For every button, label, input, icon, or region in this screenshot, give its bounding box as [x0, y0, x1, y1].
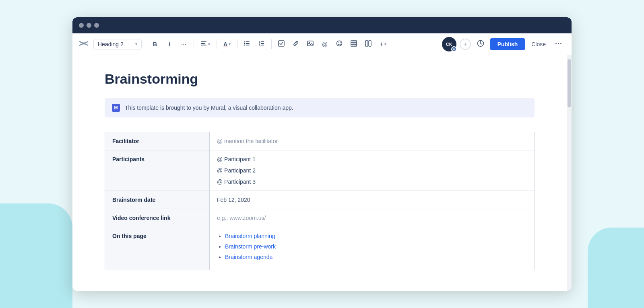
template-notice: M This template is brought to you by Mur…	[105, 98, 535, 117]
versions-icon	[477, 40, 484, 48]
font-color-label: A	[223, 41, 227, 47]
app-window: Heading 2 ▾ B I ··· ▾ A ▾	[72, 17, 572, 291]
emoji-button[interactable]	[333, 38, 346, 51]
bullet-list-icon	[244, 40, 250, 48]
svg-rect-0	[201, 41, 206, 42]
align-icon	[200, 40, 207, 48]
content-area: Brainstorming M This template is brought…	[72, 55, 572, 291]
more-options-button[interactable]: ···	[552, 38, 565, 51]
font-color-button[interactable]: A ▾	[220, 38, 234, 51]
facilitator-label: Facilitator	[105, 132, 210, 150]
versions-button[interactable]	[474, 38, 487, 51]
toolbar-divider-3	[217, 39, 217, 49]
insert-button[interactable]: + ▾	[376, 38, 390, 51]
task-button[interactable]	[275, 38, 288, 51]
svg-rect-4	[246, 41, 250, 42]
toolbar-right: CK C + Publish Clos	[442, 37, 565, 51]
document-title: Brainstorming	[105, 71, 535, 87]
svg-text:3.: 3.	[259, 44, 261, 46]
align-button[interactable]: ▾	[197, 38, 213, 51]
brainstorm-planning-link[interactable]: Brainstorm planning	[225, 233, 275, 239]
table-button[interactable]	[347, 38, 360, 51]
table-row: Facilitator @ mention the facilitator	[105, 132, 535, 150]
table-row: Participants @ Participant 1 @ Participa…	[105, 150, 535, 191]
svg-point-18	[337, 41, 342, 46]
numbered-list-icon: 1. 2. 3.	[258, 40, 265, 48]
heading-selector-label: Heading 2	[98, 41, 124, 47]
emoji-icon	[336, 40, 343, 48]
link-icon	[293, 40, 299, 48]
list-item: Brainstorm pre-work	[225, 243, 527, 250]
svg-rect-27	[369, 41, 371, 46]
svg-point-19	[338, 43, 339, 43]
brainstorm-date-value[interactable]: Feb 12, 2020	[210, 191, 535, 209]
font-color-chevron-icon: ▾	[229, 42, 231, 46]
scrollbar-thumb[interactable]	[568, 59, 571, 107]
svg-rect-15	[279, 41, 284, 46]
toolbar: Heading 2 ▾ B I ··· ▾ A ▾	[72, 33, 572, 55]
toolbar-divider-5	[271, 39, 272, 49]
toolbar-divider-4	[237, 39, 237, 49]
confluence-logo[interactable]	[79, 39, 89, 50]
bg-shape-left	[0, 203, 72, 308]
svg-rect-10	[261, 41, 264, 42]
numbered-list-button[interactable]: 1. 2. 3.	[255, 38, 268, 51]
brainstorm-pre-work-link[interactable]: Brainstorm pre-work	[225, 243, 276, 250]
video-conference-label: Video conference link	[105, 209, 210, 227]
svg-rect-6	[246, 43, 250, 44]
heading-selector[interactable]: Heading 2 ▾	[93, 39, 142, 49]
list-item: Brainstorm planning	[225, 233, 527, 239]
svg-point-5	[244, 43, 246, 44]
more-text-formatting-button[interactable]: ···	[178, 38, 190, 51]
traffic-light-close[interactable]	[79, 23, 84, 28]
link-button[interactable]	[289, 38, 302, 51]
svg-rect-2	[201, 45, 206, 45]
svg-point-7	[244, 45, 246, 46]
image-icon	[307, 40, 314, 48]
traffic-light-maximize[interactable]	[94, 23, 99, 28]
publish-button[interactable]: Publish	[490, 38, 525, 50]
participant-2: @ Participant 2	[217, 167, 527, 174]
video-conference-value[interactable]: e.g., www.zoom.us/	[210, 209, 535, 227]
traffic-light-minimize[interactable]	[87, 23, 91, 28]
layout-button[interactable]	[362, 38, 375, 51]
mural-icon: M	[112, 104, 120, 112]
align-chevron-icon: ▾	[208, 42, 210, 46]
italic-button[interactable]: I	[163, 38, 176, 51]
brainstorm-agenda-link[interactable]: Brainstorm agenda	[225, 254, 272, 260]
on-this-page-label: On this page	[105, 227, 210, 270]
avatar[interactable]: CK C	[442, 37, 456, 51]
svg-rect-21	[351, 41, 357, 46]
template-notice-text: This template is brought to you by Mural…	[125, 105, 293, 111]
insert-chevron-icon: ▾	[384, 42, 386, 46]
svg-rect-16	[308, 41, 313, 46]
facilitator-value[interactable]: @ mention the facilitator	[210, 132, 535, 150]
heading-chevron-icon: ▾	[135, 42, 137, 46]
svg-rect-26	[365, 41, 368, 46]
svg-rect-12	[261, 43, 264, 44]
bold-button[interactable]: B	[149, 38, 161, 51]
editor-area[interactable]: Brainstorming M This template is brought…	[72, 55, 567, 291]
layout-icon	[365, 40, 372, 48]
table-row: Video conference link e.g., www.zoom.us/	[105, 209, 535, 227]
table-row: On this page Brainstorm planning Brainst…	[105, 227, 535, 270]
title-bar	[72, 17, 572, 33]
toolbar-divider-1	[145, 39, 145, 49]
svg-rect-14	[261, 45, 264, 45]
mention-button[interactable]: @	[318, 38, 331, 51]
participants-value[interactable]: @ Participant 1 @ Participant 2 @ Partic…	[210, 150, 535, 191]
close-button[interactable]: Close	[528, 39, 549, 49]
table-row: Brainstorm date Feb 12, 2020	[105, 191, 535, 209]
participant-3: @ Participant 3	[217, 179, 527, 185]
toolbar-divider-2	[194, 39, 194, 49]
brainstorm-date-label: Brainstorm date	[105, 191, 210, 209]
svg-point-3	[244, 41, 246, 43]
scrollbar-track[interactable]	[567, 55, 572, 291]
bullet-list-button[interactable]	[241, 38, 254, 51]
image-button[interactable]	[304, 38, 317, 51]
participants-label: Participants	[105, 150, 210, 191]
avatar-initials: CK	[446, 42, 452, 47]
table-icon	[351, 40, 357, 48]
traffic-lights	[79, 23, 99, 28]
add-collaborator-button[interactable]: +	[460, 39, 471, 50]
